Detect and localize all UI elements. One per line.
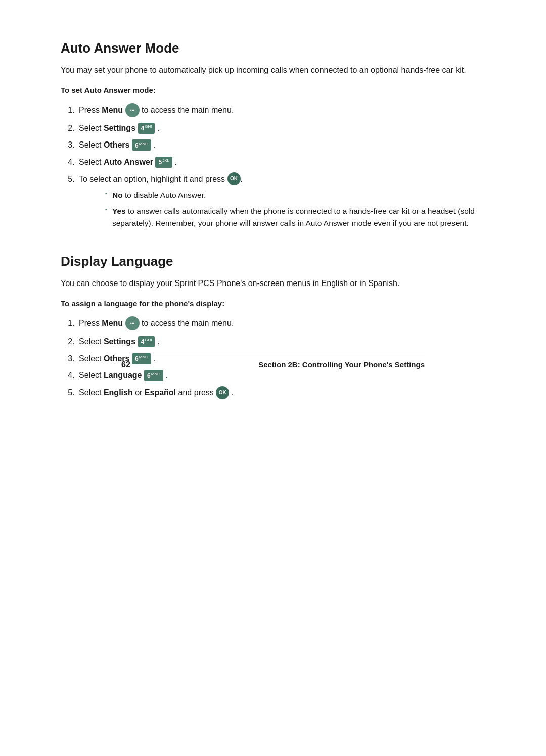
dl-ok-icon: OK [216,386,229,399]
dl-menu-icon [125,316,140,330]
section2-title: Display Language [61,254,485,269]
step-4: Select Auto Answer 5JKL . [77,156,485,169]
bullet-yes-label: Yes [112,207,126,215]
step-5: To select an option, highlight it and pr… [77,173,485,230]
section2-sublabel: To assign a language for the phone's dis… [61,299,485,308]
footer-page-number: 62 [121,360,130,369]
settings-key-icon: 4GHI [138,123,155,134]
step1-menu-label: Menu [102,106,123,114]
step3-others-label: Others [104,140,130,149]
page-content: Auto Answer Mode You may set your phone … [61,40,485,400]
dl-step-2: Select Settings 4GHI . [77,335,485,348]
bullet-no-text: to disable Auto Answer. [125,191,206,199]
dl-step5-espanol-label: Español [145,388,176,397]
step4-autoanswer-label: Auto Answer [104,158,153,166]
dl-step-5: Select English or Español and press OK . [77,386,485,400]
autoanswer-key-icon: 5JKL [155,157,172,168]
bullet-yes-text: to answer calls automatically when the p… [112,207,475,227]
step-1: Press Menu to access the main menu. [77,104,485,118]
section2-intro: You can choose to display your Sprint PC… [61,277,485,290]
section1-title: Auto Answer Mode [61,40,485,56]
dl-step4-language-label: Language [104,371,142,380]
dl-step1-menu-label: Menu [102,319,123,327]
bullet-no-label: No [112,191,123,199]
bullet-no: No to disable Auto Answer. [105,189,485,201]
bullet-yes: Yes to answer calls automatically when t… [105,205,485,229]
step2-settings-label: Settings [104,124,135,132]
others-key-icon: 6MNO [132,139,151,151]
section1-sublabel: To set Auto Answer mode: [61,86,485,94]
step-2: Select Settings 4GHI . [77,122,485,135]
dl-step2-settings-label: Settings [104,337,135,346]
dl-step5-english-label: English [104,388,133,397]
footer-section-title: Section 2B: Controlling Your Phone's Set… [258,360,425,369]
ok-icon: OK [228,172,241,185]
dl-settings-key-icon: 4GHI [138,336,155,347]
dl-step-4: Select Language 6MNO . [77,369,485,382]
menu-icon [125,103,140,117]
section-display-language: Display Language You can choose to displ… [61,254,485,399]
dl-step-1: Press Menu to access the main menu. [77,317,485,331]
section-auto-answer: Auto Answer Mode You may set your phone … [61,40,485,229]
page-footer: 62 Section 2B: Controlling Your Phone's … [121,354,425,369]
dl-language-key-icon: 6MNO [144,370,163,381]
section1-intro: You may set your phone to automatically … [61,64,485,77]
step-3: Select Others 6MNO . [77,138,485,152]
section1-steps: Press Menu to access the main menu. Sele… [77,104,485,230]
step5-bullets: No to disable Auto Answer. Yes to answer… [105,189,485,229]
